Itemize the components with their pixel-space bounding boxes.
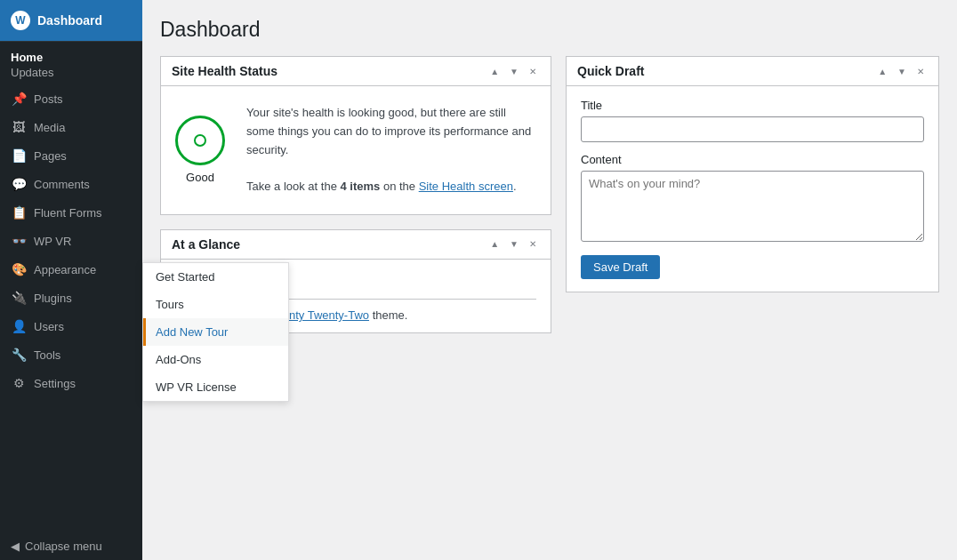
at-a-glance-collapse-down-btn[interactable]: ▼	[506, 237, 522, 251]
health-screen-link[interactable]: Site Health screen	[419, 180, 513, 193]
sidebar-home-link[interactable]: Home	[11, 51, 132, 64]
at-a-glance-controls: ▲ ▼ ✕	[487, 237, 540, 251]
sidebar-item-users[interactable]: 👤 Users	[0, 312, 142, 340]
quick-draft-body: Title Content Save Draft	[567, 86, 938, 292]
health-cta-post: .	[513, 180, 517, 193]
quick-draft-title-input[interactable]	[581, 116, 924, 142]
sidebar-item-media[interactable]: 🖼 Media	[0, 113, 142, 141]
dropdown-item-add-ons[interactable]: Add-Ons	[143, 346, 288, 373]
site-health-title: Site Health Status	[172, 64, 277, 78]
dropdown-item-get-started[interactable]: Get Started	[143, 263, 288, 291]
sidebar-item-plugins[interactable]: 🔌 Plugins	[0, 284, 142, 312]
appearance-icon: 🎨	[11, 261, 27, 277]
dropdown-item-add-new-tour[interactable]: Add New Tour	[143, 318, 288, 346]
sidebar-item-plugins-label: Plugins	[34, 292, 72, 305]
sidebar-item-posts-label: Posts	[34, 92, 63, 106]
page-title: Dashboard	[160, 18, 939, 42]
wp-vr-icon: 👓	[11, 233, 27, 249]
site-health-collapse-up-btn[interactable]: ▲	[487, 65, 503, 78]
sidebar-item-pages[interactable]: 📄 Pages	[0, 141, 142, 170]
health-cta-bold: 4 items	[341, 180, 381, 193]
sidebar-item-appearance-label: Appearance	[34, 263, 96, 276]
media-icon: 🖼	[11, 119, 27, 135]
quick-draft-content-textarea[interactable]	[581, 171, 924, 242]
site-health-widget: Site Health Status ▲ ▼ ✕ Good	[160, 56, 551, 215]
wp-vr-dropdown-menu: Get Started Tours Add New Tour Add-Ons W…	[142, 262, 289, 402]
sidebar-item-settings[interactable]: ⚙ Settings	[0, 369, 142, 397]
sidebar-updates-link[interactable]: Updates	[11, 66, 132, 79]
quick-draft-close-btn[interactable]: ✕	[913, 65, 928, 78]
wp-logo-icon: W	[11, 11, 30, 30]
quick-draft-save-button[interactable]: Save Draft	[581, 255, 660, 279]
sidebar-item-fluent-forms-label: Fluent Forms	[34, 206, 102, 220]
site-health-header: Site Health Status ▲ ▼ ✕	[161, 57, 551, 86]
quick-draft-collapse-down-btn[interactable]: ▼	[894, 65, 910, 78]
quick-draft-widget: Quick Draft ▲ ▼ ✕ Title Content Save Dra…	[566, 56, 939, 292]
sidebar-item-appearance[interactable]: 🎨 Appearance	[0, 255, 142, 284]
users-icon: 👤	[11, 318, 27, 334]
site-health-collapse-down-btn[interactable]: ▼	[506, 65, 522, 78]
collapse-arrow-icon: ◀	[11, 540, 20, 553]
health-label: Good	[186, 171, 214, 184]
at-a-glance-header: At a Glance ▲ ▼ ✕	[161, 230, 551, 260]
quick-draft-title-label: Title	[581, 99, 924, 112]
health-circle-icon	[175, 116, 225, 165]
health-icon-wrap: Good	[175, 116, 225, 184]
sidebar: W Dashboard Home Updates 📌 Posts 🖼 Media…	[0, 0, 142, 560]
health-cta-mid: on the	[380, 180, 418, 193]
sidebar-item-tools[interactable]: 🔧 Tools	[0, 340, 142, 369]
sidebar-item-media-label: Media	[34, 121, 65, 134]
sidebar-home-section: Home Updates	[0, 41, 142, 84]
sidebar-item-wp-vr[interactable]: 👓 WP VR	[0, 227, 142, 255]
plugins-icon: 🔌	[11, 290, 27, 306]
posts-icon: 📌	[11, 91, 27, 107]
fluent-forms-icon: 📋	[11, 204, 27, 220]
pages-icon: 📄	[11, 148, 27, 164]
settings-icon: ⚙	[11, 375, 27, 391]
quick-draft-header: Quick Draft ▲ ▼ ✕	[567, 57, 938, 86]
health-circle-inner	[194, 134, 206, 147]
at-a-glance-close-btn[interactable]: ✕	[526, 237, 540, 251]
sidebar-logo-label: Dashboard	[37, 13, 102, 28]
sidebar-item-posts[interactable]: 📌 Posts	[0, 84, 142, 113]
site-health-body: Good Your site's health is looking good,…	[161, 86, 551, 214]
sidebar-item-wp-vr-label: WP VR	[34, 235, 71, 248]
at-a-glance-title: At a Glance	[172, 237, 240, 252]
sidebar-item-settings-label: Settings	[34, 377, 76, 390]
quick-draft-content-label: Content	[581, 153, 924, 166]
site-health-controls: ▲ ▼ ✕	[487, 65, 540, 78]
sidebar-logo[interactable]: W Dashboard	[0, 0, 142, 41]
quick-draft-controls: ▲ ▼ ✕	[874, 65, 928, 78]
sidebar-item-pages-label: Pages	[34, 149, 67, 163]
dropdown-item-wp-vr-license[interactable]: WP VR License	[143, 373, 288, 401]
dropdown-item-tours[interactable]: Tours	[143, 291, 288, 318]
sidebar-item-tools-label: Tools	[34, 348, 60, 362]
sidebar-item-users-label: Users	[34, 320, 64, 333]
quick-draft-collapse-up-btn[interactable]: ▲	[874, 65, 890, 78]
collapse-menu-label: Collapse menu	[25, 540, 102, 553]
comments-icon: 💬	[11, 176, 27, 192]
collapse-menu-button[interactable]: ◀ Collapse menu	[0, 532, 142, 560]
health-desc-text: Your site's health is looking good, but …	[246, 106, 531, 156]
sidebar-item-comments[interactable]: 💬 Comments	[0, 170, 142, 198]
health-description: Your site's health is looking good, but …	[246, 104, 536, 196]
tools-icon: 🔧	[11, 347, 27, 363]
quick-draft-title: Quick Draft	[577, 64, 644, 78]
health-cta-pre: Take a look at the	[246, 180, 341, 193]
sidebar-item-comments-label: Comments	[34, 178, 90, 191]
sidebar-item-fluent-forms[interactable]: 📋 Fluent Forms	[0, 198, 142, 227]
theme-notice-post: theme.	[369, 308, 407, 322]
at-a-glance-collapse-up-btn[interactable]: ▲	[487, 237, 503, 251]
site-health-close-btn[interactable]: ✕	[526, 65, 540, 78]
